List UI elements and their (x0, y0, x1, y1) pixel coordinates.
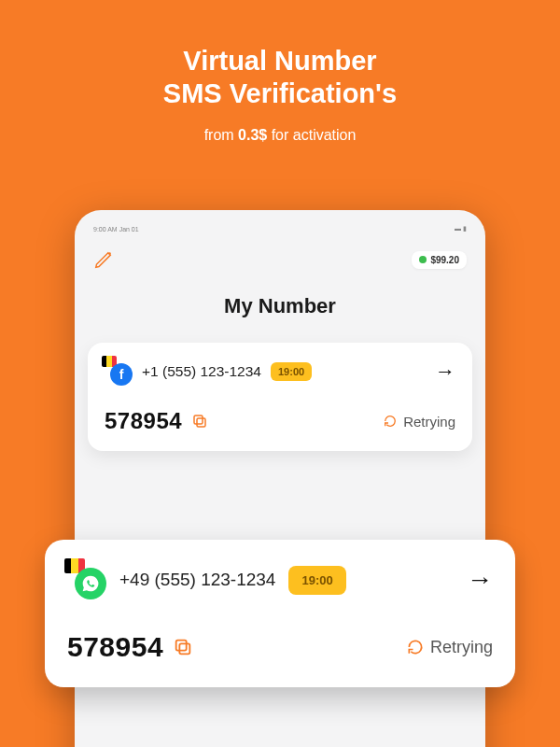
svg-rect-4 (176, 641, 187, 651)
svg-point-0 (108, 252, 110, 254)
toolbar: $99.20 (88, 249, 472, 270)
status-bar: 9:00 AM Jan 01 ▬ ▮ (88, 223, 472, 233)
verification-code: 578954 (67, 631, 163, 663)
status-icons: ▬ ▮ (455, 225, 467, 233)
app-badge: f (105, 358, 133, 386)
timer-badge: 19:00 (288, 566, 345, 595)
edit-icon[interactable] (93, 249, 114, 270)
arrow-right-icon[interactable]: → (435, 359, 455, 384)
hero-subline: from 0.3$ for activation (0, 127, 560, 144)
phone-number: +1 (555) 123-1234 (142, 363, 261, 380)
copy-icon[interactable] (191, 413, 208, 430)
phone-number: +49 (555) 123-1234 (119, 570, 275, 590)
retry-icon (406, 638, 425, 656)
retry-status[interactable]: Retrying (383, 414, 455, 430)
number-card-expanded[interactable]: +49 (555) 123-1234 19:00 → 578954 Retryi… (45, 540, 515, 687)
page-title: My Number (88, 294, 472, 318)
app-badge (67, 560, 106, 599)
retry-icon (383, 414, 398, 429)
svg-rect-1 (197, 418, 205, 427)
number-card[interactable]: f +1 (555) 123-1234 19:00 → 578954 Retry… (88, 343, 472, 451)
balance-dot-icon (419, 256, 427, 263)
balance-amount: $99.20 (430, 255, 459, 265)
status-time: 9:00 AM Jan 01 (93, 226, 139, 233)
retry-status[interactable]: Retrying (406, 638, 493, 657)
copy-icon[interactable] (173, 637, 193, 657)
hero-headline: Virtual NumberSMS Verification's (0, 0, 560, 110)
facebook-icon: f (110, 363, 133, 386)
arrow-right-icon[interactable]: → (467, 565, 493, 595)
svg-rect-2 (194, 416, 203, 424)
svg-rect-3 (179, 643, 189, 654)
verification-code: 578954 (105, 408, 182, 434)
balance-pill[interactable]: $99.20 (412, 251, 467, 269)
whatsapp-icon (75, 568, 106, 599)
timer-badge: 19:00 (271, 362, 312, 381)
